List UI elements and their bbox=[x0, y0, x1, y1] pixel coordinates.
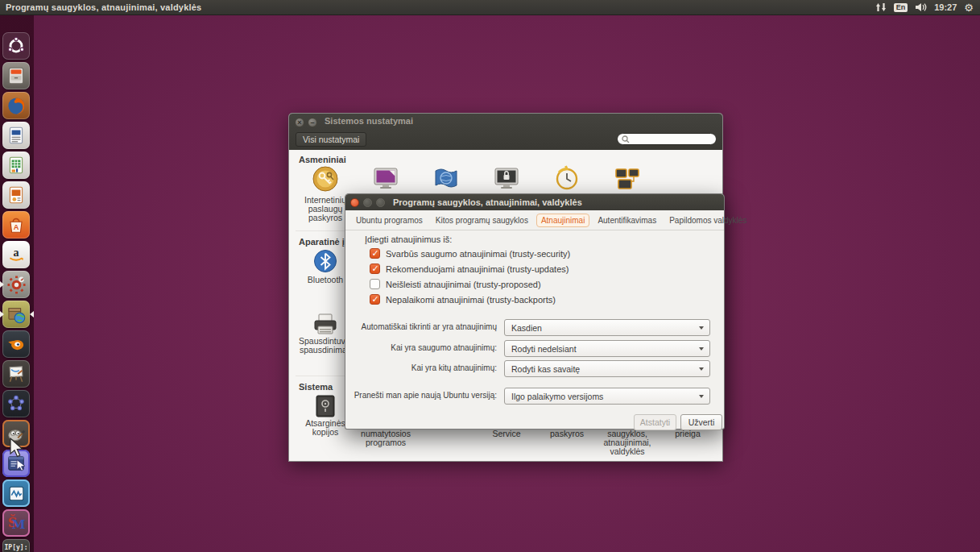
chevron-down-icon bbox=[699, 347, 704, 351]
amazon-launcher-item[interactable]: a bbox=[2, 241, 30, 268]
shopping-bag-icon: A bbox=[6, 214, 27, 235]
security-updates-label: Kai yra saugumo atnaujinimų: bbox=[391, 343, 497, 352]
auto-check-dropdown[interactable]: Kasdien bbox=[504, 319, 710, 336]
other-updates-label: Kai yra kitų atnaujinimų: bbox=[411, 363, 497, 372]
checkbox-proposed-updates[interactable] bbox=[370, 279, 380, 289]
mouse-cursor bbox=[9, 438, 27, 459]
security-updates-dropdown[interactable]: Rodyti nedelsiant bbox=[504, 340, 710, 357]
volume-icon[interactable] bbox=[915, 2, 927, 12]
checkbox-label: Svarbūs saugumo atnaujinimai (trusty-sec… bbox=[386, 249, 570, 259]
ubuntu-dash-button[interactable] bbox=[2, 32, 30, 60]
network-arrows-icon[interactable] bbox=[875, 2, 887, 12]
displays-icon[interactable] bbox=[613, 164, 642, 193]
svg-text:A: A bbox=[14, 223, 19, 231]
system-settings-launcher-item[interactable] bbox=[2, 271, 30, 298]
checkbox-label: Nepalaikomi atnaujinimai (trusty-backpor… bbox=[386, 295, 556, 305]
libreoffice-calc-launcher-item[interactable] bbox=[2, 151, 30, 179]
software-sources-launcher-item[interactable] bbox=[2, 301, 30, 328]
window-minimize-button[interactable]: – bbox=[308, 118, 317, 127]
dialog-maximize-button[interactable] bbox=[376, 198, 385, 207]
settings-window-header: × – Sistemos nustatymai Visi nustatymai bbox=[289, 114, 722, 151]
graph-dots-launcher-item[interactable] bbox=[2, 390, 30, 417]
chevron-down-icon bbox=[699, 326, 704, 330]
printer-icon[interactable] bbox=[312, 313, 339, 337]
appearance-icon[interactable] bbox=[371, 164, 400, 193]
tab-authentication[interactable]: Autentifikavimas bbox=[593, 214, 661, 227]
easel-launcher-item[interactable] bbox=[2, 360, 30, 388]
firefox-icon bbox=[6, 95, 27, 117]
auto-check-label: Automatiškai tikrinti ar yra atnaujinimų bbox=[362, 322, 497, 331]
time-icon[interactable] bbox=[552, 164, 581, 193]
checkbox-row-recommended[interactable]: Rekomenduojami atnaujinimai (trusty-upda… bbox=[370, 263, 569, 275]
online-accounts-icon[interactable] bbox=[311, 164, 340, 193]
writer-document-icon bbox=[6, 125, 27, 146]
svg-text:a: a bbox=[13, 246, 19, 259]
tab-updates[interactable]: Atnaujinimai bbox=[536, 214, 589, 227]
amazon-icon: a bbox=[6, 244, 27, 265]
tab-ubuntu-software[interactable]: Ubuntu programos bbox=[351, 214, 428, 227]
clipped-label-defaults[interactable]: numatytosios programos bbox=[349, 430, 422, 447]
revert-button[interactable]: Atstatyti bbox=[634, 414, 676, 430]
window-close-button[interactable]: × bbox=[295, 118, 304, 127]
brightness-lock-icon[interactable] bbox=[492, 164, 521, 193]
keyboard-layout-indicator[interactable]: En bbox=[894, 3, 908, 12]
bluetooth-icon[interactable] bbox=[312, 248, 338, 274]
search-input[interactable] bbox=[632, 135, 709, 144]
checkbox-backports-updates[interactable] bbox=[370, 294, 380, 305]
chevron-down-icon bbox=[699, 367, 704, 371]
checkbox-recommended-updates[interactable] bbox=[370, 264, 380, 274]
files-launcher-item[interactable] bbox=[2, 62, 30, 89]
dialog-titlebar: Programų saugyklos, atnaujinimai, valdyk… bbox=[345, 194, 724, 210]
system-tray: En 19:27 ⚙ bbox=[875, 2, 980, 13]
running-indicator-software-sources bbox=[0, 311, 4, 318]
blender-launcher-item[interactable] bbox=[2, 330, 30, 358]
release-notify-dropdown[interactable]: Ilgo palaikymo versijoms bbox=[504, 388, 710, 405]
libreoffice-impress-launcher-item[interactable] bbox=[2, 181, 30, 209]
top-panel: Programų saugyklos, atnaujinimai, valdyk… bbox=[0, 0, 980, 15]
focused-indicator-software-sources bbox=[30, 311, 34, 318]
all-settings-button[interactable]: Visi nustatymai bbox=[296, 132, 366, 147]
session-gear-icon[interactable]: ⚙ bbox=[964, 2, 974, 13]
impress-presentation-icon bbox=[6, 185, 27, 205]
firefox-launcher-item[interactable] bbox=[2, 92, 30, 119]
chevron-down-icon bbox=[699, 395, 704, 398]
checkbox-row-backports[interactable]: Nepalaikomi atnaujinimai (trusty-backpor… bbox=[370, 293, 556, 305]
svg-text:M: M bbox=[12, 517, 26, 532]
clipped-label-service[interactable]: Service bbox=[474, 430, 539, 438]
calc-spreadsheet-icon bbox=[6, 155, 27, 176]
release-notify-label: Pranešti man apie naują Ubuntu versiją: bbox=[354, 391, 497, 400]
letters-app-launcher-item[interactable]: Š M bbox=[2, 509, 30, 537]
checkbox-row-proposed[interactable]: Neišleisti atnaujinimai (trusty-proposed… bbox=[370, 278, 541, 290]
backup-icon[interactable] bbox=[312, 393, 338, 419]
other-updates-dropdown[interactable]: Rodyti kas savaitę bbox=[504, 360, 710, 377]
dialog-body: Įdiegti atnaujinimus iš: Svarbūs saugumo… bbox=[345, 230, 724, 429]
running-indicator-settings bbox=[0, 281, 4, 288]
easel-canvas-icon bbox=[6, 363, 27, 384]
clipped-label-software-sources[interactable]: saugyklos, atnaujinimai, valdyklės bbox=[595, 430, 660, 456]
close-button[interactable]: Užverti bbox=[680, 414, 722, 430]
software-center-launcher-item[interactable]: A bbox=[2, 211, 30, 239]
checkbox-label: Neišleisti atnaujinimai (trusty-proposed… bbox=[386, 280, 541, 289]
ipython-logo-text: IP[y]: bbox=[5, 544, 28, 551]
dialog-title: Programų saugyklos, atnaujinimai, valdyk… bbox=[393, 197, 582, 207]
clipped-label-access[interactable]: prieiga bbox=[655, 430, 720, 438]
ipython-launcher-item[interactable]: IP[y]: bbox=[2, 539, 30, 552]
wave-app-launcher-item[interactable] bbox=[2, 479, 30, 507]
tab-other-software[interactable]: Kitos programų saugyklos bbox=[431, 214, 533, 227]
dot-circle-graph-icon bbox=[6, 393, 27, 414]
language-icon[interactable] bbox=[432, 164, 461, 193]
settings-search-box[interactable] bbox=[617, 133, 717, 145]
file-cabinet-icon bbox=[6, 65, 27, 86]
unity-launcher: A a bbox=[0, 15, 34, 552]
package-globe-icon bbox=[6, 304, 27, 326]
search-icon bbox=[622, 135, 630, 143]
dialog-minimize-button[interactable] bbox=[363, 198, 372, 207]
libreoffice-writer-launcher-item[interactable] bbox=[2, 122, 30, 149]
checkbox-security-updates[interactable] bbox=[370, 248, 380, 259]
dialog-close-button[interactable] bbox=[350, 198, 359, 207]
gear-wrench-icon bbox=[6, 274, 27, 296]
clipped-label-accounts[interactable]: paskyros bbox=[535, 430, 599, 438]
clock[interactable]: 19:27 bbox=[934, 2, 957, 12]
checkbox-row-security[interactable]: Svarbūs saugumo atnaujinimai (trusty-sec… bbox=[370, 247, 570, 259]
tab-additional-drivers[interactable]: Papildomos valdyklės bbox=[664, 214, 751, 227]
